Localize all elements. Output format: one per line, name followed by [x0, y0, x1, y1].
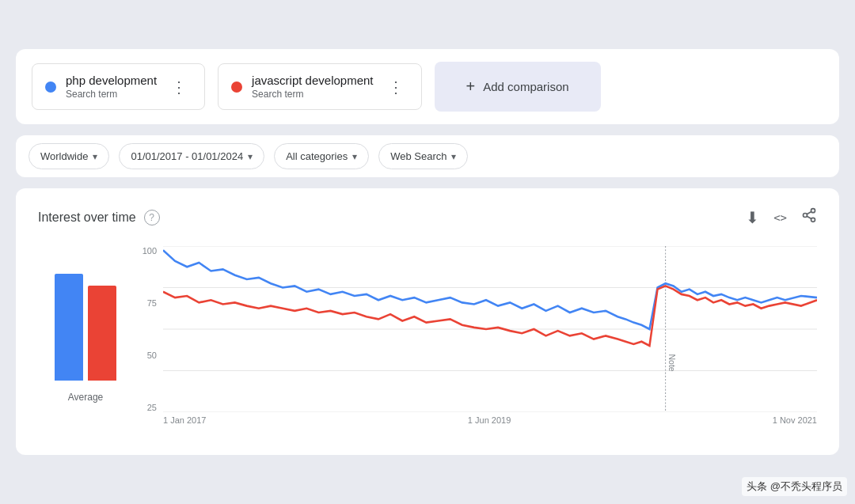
- location-chevron-icon: ▾: [93, 151, 97, 162]
- y-label-100: 100: [142, 246, 157, 256]
- svg-point-2: [811, 218, 815, 222]
- average-label: Average: [68, 392, 103, 403]
- download-icon[interactable]: ⬇: [746, 208, 759, 227]
- x-label-2017: 1 Jan 2017: [163, 415, 206, 425]
- svg-line-3: [807, 216, 811, 218]
- category-filter[interactable]: All categories ▾: [274, 143, 369, 169]
- php-term-type: Search term: [66, 89, 157, 100]
- average-bars: [55, 246, 116, 388]
- search-type-label: Web Search: [390, 150, 446, 162]
- watermark: 头条 @不秃头程序员: [742, 477, 847, 496]
- search-type-chevron-icon: ▾: [451, 151, 456, 162]
- code-icon[interactable]: <>: [773, 211, 787, 224]
- x-label-2019: 1 Jun 2019: [468, 415, 511, 425]
- chart-area: Average 100 75 50 25: [38, 246, 817, 436]
- average-section: Average: [38, 246, 133, 436]
- chart-card: Interest over time ? ⬇ <>: [16, 188, 839, 455]
- chart-header: Interest over time ? ⬇ <>: [38, 207, 817, 227]
- php-term-name: php development: [66, 74, 157, 87]
- avg-bar-php: [55, 274, 83, 381]
- date-range-label: 01/01/2017 - 01/01/2024: [131, 150, 243, 162]
- js-more-icon[interactable]: ⋮: [383, 76, 408, 98]
- chart-title-area: Interest over time ?: [38, 210, 160, 225]
- plus-icon: +: [466, 78, 476, 96]
- x-axis: 1 Jan 2017 1 Jun 2019 1 Nov 2021: [163, 412, 817, 436]
- js-term-name: javascript development: [252, 74, 373, 87]
- help-icon[interactable]: ?: [144, 210, 160, 225]
- js-dot: [231, 81, 242, 93]
- y-label-25: 25: [147, 403, 157, 412]
- location-filter[interactable]: Worldwide ▾: [28, 143, 109, 169]
- y-label-50: 50: [147, 351, 157, 360]
- date-range-filter[interactable]: 01/01/2017 - 01/01/2024 ▾: [119, 143, 264, 169]
- js-term-type: Search term: [252, 89, 373, 100]
- search-type-filter[interactable]: Web Search ▾: [378, 143, 468, 169]
- add-comparison-button[interactable]: + Add comparison: [435, 62, 601, 112]
- category-label: All categories: [286, 150, 348, 162]
- main-container: php development Search term ⋮ javascript…: [16, 49, 839, 455]
- y-axis: 100 75 50 25: [133, 246, 162, 412]
- category-chevron-icon: ▾: [352, 151, 357, 162]
- add-comparison-label: Add comparison: [483, 80, 568, 93]
- date-chevron-icon: ▾: [248, 151, 253, 162]
- php-more-icon[interactable]: ⋮: [166, 76, 192, 98]
- chart-graph-area: 100 75 50 25 N: [133, 246, 817, 436]
- graph-container: Note: [163, 246, 817, 412]
- x-label-2021: 1 Nov 2021: [773, 415, 817, 425]
- php-dot: [45, 81, 56, 93]
- chart-title: Interest over time: [38, 210, 136, 225]
- chart-actions: ⬇ <>: [746, 207, 817, 227]
- js-info: javascript development Search term: [252, 74, 373, 100]
- term-chip-js[interactable]: javascript development Search term ⋮: [218, 63, 421, 110]
- share-icon[interactable]: [801, 207, 817, 227]
- php-line: [163, 250, 817, 329]
- filters-row: Worldwide ▾ 01/01/2017 - 01/01/2024 ▾ Al…: [16, 135, 839, 177]
- svg-point-0: [811, 209, 815, 213]
- svg-line-4: [807, 211, 811, 214]
- avg-bar-js: [88, 286, 116, 381]
- php-info: php development Search term: [66, 74, 157, 100]
- y-label-75: 75: [147, 298, 157, 308]
- svg-point-1: [804, 214, 808, 218]
- term-chip-php[interactable]: php development Search term ⋮: [32, 63, 205, 110]
- terms-row: php development Search term ⋮ javascript…: [16, 49, 839, 124]
- location-label: Worldwide: [40, 150, 88, 162]
- svg-text:Note: Note: [667, 354, 676, 371]
- chart-svg: Note: [163, 246, 817, 412]
